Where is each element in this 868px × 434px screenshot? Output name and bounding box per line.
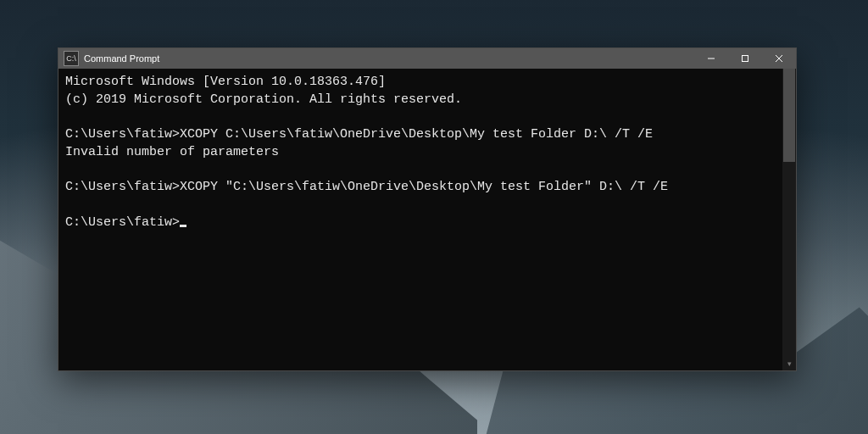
- close-button[interactable]: [762, 48, 796, 69]
- terminal-line: C:\Users\fatiw>XCOPY "C:\Users\fatiw\One…: [65, 179, 776, 197]
- svg-rect-1: [743, 56, 748, 62]
- terminal-prompt-line[interactable]: C:\Users\fatiw>: [65, 214, 776, 232]
- vertical-scrollbar[interactable]: ▾: [782, 69, 796, 370]
- terminal-prompt: C:\Users\fatiw>: [65, 215, 180, 230]
- terminal-line: (c) 2019 Microsoft Corporation. All righ…: [65, 92, 776, 109]
- scrollbar-thumb[interactable]: [783, 69, 795, 162]
- maximize-icon: [741, 54, 749, 63]
- terminal-line: C:\Users\fatiw>XCOPY C:\Users\fatiw\OneD…: [65, 126, 776, 144]
- terminal-line: Invalid number of parameters: [65, 144, 776, 162]
- command-prompt-window: C:\ Command Prompt Microsoft Windows [Ve…: [58, 47, 797, 371]
- app-icon-label: C:\: [66, 54, 76, 63]
- maximize-button[interactable]: [728, 48, 762, 69]
- minimize-icon: [707, 54, 715, 63]
- window-titlebar[interactable]: C:\ Command Prompt: [58, 48, 796, 69]
- terminal-line: [65, 161, 776, 179]
- scrollbar-down-arrow-icon[interactable]: ▾: [782, 357, 796, 370]
- window-title: Command Prompt: [84, 53, 159, 64]
- close-icon: [775, 54, 783, 63]
- terminal-line: [65, 197, 776, 214]
- minimize-button[interactable]: [694, 48, 728, 69]
- app-icon: C:\: [64, 51, 79, 66]
- cursor: [180, 225, 186, 227]
- terminal-line: [65, 108, 776, 126]
- terminal-area[interactable]: Microsoft Windows [Version 10.0.18363.47…: [58, 69, 796, 370]
- terminal-output[interactable]: Microsoft Windows [Version 10.0.18363.47…: [58, 69, 782, 370]
- terminal-line: Microsoft Windows [Version 10.0.18363.47…: [65, 74, 776, 92]
